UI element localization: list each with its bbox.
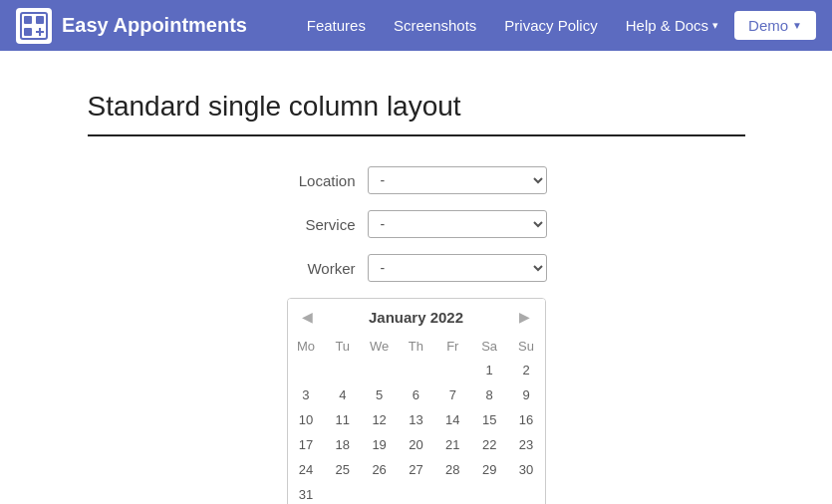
- service-label: Service: [286, 216, 356, 233]
- calendar-day[interactable]: 5: [361, 382, 398, 407]
- calendar-day[interactable]: 22: [471, 432, 508, 457]
- calendar-day[interactable]: 4: [324, 382, 361, 407]
- worker-label: Worker: [286, 260, 356, 277]
- calendar-next-button[interactable]: ▶: [514, 307, 534, 327]
- calendar-day[interactable]: 27: [398, 457, 434, 482]
- worker-row: Worker -: [88, 254, 745, 282]
- calendar-day[interactable]: 30: [508, 457, 545, 482]
- day-header-mo: Mo: [288, 335, 325, 358]
- calendar-week-row: 10111213141516: [288, 407, 545, 432]
- divider: [88, 134, 745, 136]
- calendar-header: ◀ January 2022 ▶: [288, 299, 545, 335]
- brand-link[interactable]: Easy Appointments: [16, 8, 247, 44]
- svg-rect-1: [24, 16, 32, 24]
- day-header-su: Su: [508, 335, 545, 358]
- calendar-day: [398, 482, 434, 504]
- calendar-day: [398, 358, 434, 382]
- calendar-day[interactable]: 25: [324, 457, 361, 482]
- calendar-day[interactable]: 19: [361, 432, 398, 457]
- chevron-down-icon: ▾: [712, 19, 718, 32]
- calendar-day[interactable]: 10: [288, 407, 325, 432]
- calendar: ◀ January 2022 ▶ MoTuWeThFrSaSu 12345678…: [287, 298, 546, 504]
- navbar: Easy Appointments Features Screenshots P…: [0, 0, 832, 51]
- day-header-fr: Fr: [434, 335, 471, 358]
- calendar-day[interactable]: 31: [288, 482, 325, 504]
- calendar-day: [508, 482, 545, 504]
- calendar-day[interactable]: 29: [471, 457, 508, 482]
- location-select[interactable]: -: [368, 166, 547, 194]
- calendar-day: [434, 482, 471, 504]
- calendar-day: [361, 482, 398, 504]
- chevron-right-icon: ▶: [519, 309, 530, 325]
- calendar-day[interactable]: 2: [508, 358, 545, 382]
- calendar-day[interactable]: 6: [398, 382, 434, 407]
- nav-links: Features Screenshots Privacy Policy Help…: [295, 9, 816, 42]
- calendar-week-row: 12: [288, 358, 545, 382]
- calendar-day[interactable]: 8: [471, 382, 508, 407]
- nav-help-docs[interactable]: Help & Docs ▾: [614, 9, 730, 42]
- calendar-day[interactable]: 24: [288, 457, 325, 482]
- calendar-day[interactable]: 13: [398, 407, 434, 432]
- nav-screenshots[interactable]: Screenshots: [382, 9, 488, 42]
- nav-privacy-policy[interactable]: Privacy Policy: [492, 9, 609, 42]
- calendar-day[interactable]: 3: [288, 382, 325, 407]
- demo-caret-icon: ▼: [792, 20, 802, 31]
- calendar-day[interactable]: 26: [361, 457, 398, 482]
- calendar-day: [434, 358, 471, 382]
- calendar-title: January 2022: [369, 309, 463, 326]
- nav-features[interactable]: Features: [295, 9, 378, 42]
- calendar-day: [288, 358, 325, 382]
- calendar-grid: MoTuWeThFrSaSu 1234567891011121314151617…: [288, 335, 545, 504]
- page-title: Standard single column layout: [88, 91, 745, 123]
- calendar-day: [324, 358, 361, 382]
- calendar-day[interactable]: 14: [434, 407, 471, 432]
- demo-button[interactable]: Demo ▼: [734, 11, 816, 40]
- calendar-day[interactable]: 9: [508, 382, 545, 407]
- calendar-day: [471, 482, 508, 504]
- calendar-day: [324, 482, 361, 504]
- calendar-prev-button[interactable]: ◀: [298, 307, 318, 327]
- calendar-day[interactable]: 7: [434, 382, 471, 407]
- calendar-day-headers: MoTuWeThFrSaSu: [288, 335, 545, 358]
- calendar-wrapper: ◀ January 2022 ▶ MoTuWeThFrSaSu 12345678…: [88, 298, 745, 504]
- brand-icon: [16, 8, 52, 44]
- day-header-sa: Sa: [471, 335, 508, 358]
- calendar-day[interactable]: 21: [434, 432, 471, 457]
- calendar-day[interactable]: 12: [361, 407, 398, 432]
- calendar-day[interactable]: 11: [324, 407, 361, 432]
- calendar-day[interactable]: 18: [324, 432, 361, 457]
- calendar-day[interactable]: 16: [508, 407, 545, 432]
- location-row: Location -: [88, 166, 745, 194]
- calendar-day: [361, 358, 398, 382]
- location-label: Location: [286, 172, 356, 189]
- calendar-week-row: 3456789: [288, 382, 545, 407]
- calendar-day[interactable]: 28: [434, 457, 471, 482]
- brand-text: Easy Appointments: [62, 14, 247, 37]
- service-select[interactable]: -: [368, 210, 547, 238]
- chevron-left-icon: ◀: [302, 309, 313, 325]
- service-row: Service -: [88, 210, 745, 238]
- calendar-week-row: 17181920212223: [288, 432, 545, 457]
- calendar-week-row: 31: [288, 482, 545, 504]
- day-header-we: We: [361, 335, 398, 358]
- worker-select[interactable]: -: [368, 254, 547, 282]
- calendar-day[interactable]: 1: [471, 358, 508, 382]
- calendar-day[interactable]: 15: [471, 407, 508, 432]
- calendar-body: 1234567891011121314151617181920212223242…: [288, 358, 545, 504]
- main-content: Standard single column layout Location -…: [68, 91, 765, 504]
- calendar-week-row: 24252627282930: [288, 457, 545, 482]
- day-header-tu: Tu: [324, 335, 361, 358]
- calendar-day[interactable]: 17: [288, 432, 325, 457]
- svg-rect-3: [24, 28, 32, 36]
- calendar-day[interactable]: 20: [398, 432, 434, 457]
- svg-rect-2: [36, 16, 44, 24]
- day-header-th: Th: [398, 335, 434, 358]
- calendar-day[interactable]: 23: [508, 432, 545, 457]
